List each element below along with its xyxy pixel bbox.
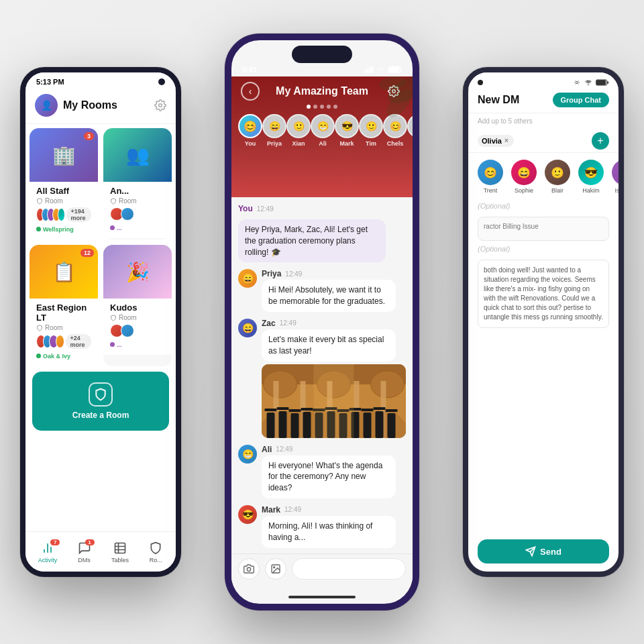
gear-icon[interactable] bbox=[154, 99, 166, 111]
chat-input-bar bbox=[231, 553, 413, 584]
member-ali[interactable]: 😁 Ali bbox=[311, 114, 335, 147]
message-mark: 😎 Mark 12:49 Morning, Ali! I was thinkin… bbox=[238, 505, 406, 548]
message-bubble: Hi everyone! What's the agenda for the c… bbox=[262, 455, 396, 498]
message-priya: 😄 Priya 12:49 Hi Mei! Absolutely, we wan… bbox=[238, 269, 406, 312]
zac-msg-avatar: 😄 bbox=[238, 319, 257, 337]
chels-avatar: 😊 bbox=[383, 114, 407, 138]
rooms-icon bbox=[148, 541, 163, 555]
room-avatars: +24 more bbox=[36, 334, 91, 349]
svg-rect-36 bbox=[277, 407, 289, 410]
dms-icon: 1 bbox=[77, 541, 92, 555]
sender-you: You bbox=[238, 204, 253, 213]
slide-indicators bbox=[231, 105, 413, 109]
member-zac[interactable]: 😄 Zac bbox=[407, 114, 413, 147]
member-you[interactable]: 😊 You bbox=[238, 114, 262, 147]
member-xian[interactable]: 🙂 Xian bbox=[286, 114, 311, 147]
create-room-card[interactable]: Create a Room bbox=[32, 372, 169, 431]
center-phone: 9:41 ‹ My Amazing Team bbox=[225, 34, 419, 610]
member-name: You bbox=[245, 140, 256, 147]
member-mark[interactable]: 😎 Mark bbox=[335, 114, 359, 147]
svg-rect-3 bbox=[367, 68, 368, 72]
message-input[interactable] bbox=[292, 558, 406, 580]
sender-zac: Zac bbox=[262, 319, 276, 328]
room-type: Room bbox=[36, 324, 91, 331]
tables-icon bbox=[113, 541, 127, 555]
room-avatars: +194 more bbox=[36, 207, 91, 222]
svg-point-49 bbox=[274, 567, 275, 568]
message-compose-area[interactable]: both doing well! Just wanted to a situat… bbox=[478, 260, 609, 328]
nav-dms[interactable]: 1 DMs bbox=[77, 541, 92, 564]
image-button[interactable] bbox=[265, 558, 286, 580]
nav-rooms[interactable]: Ro... bbox=[148, 541, 163, 564]
room-name: Kudos bbox=[110, 303, 165, 313]
optional-label-2: (Optional) bbox=[468, 244, 619, 257]
sug-blair[interactable]: 🙂 Blair bbox=[545, 160, 570, 194]
nav-tables[interactable]: Tables bbox=[111, 541, 129, 564]
chat-title: My Amazing Team bbox=[276, 85, 368, 97]
blair-name: Blair bbox=[551, 187, 564, 194]
rooms-label: Ro... bbox=[150, 557, 162, 564]
room-card-an[interactable]: 👥 An... Room ... bbox=[103, 128, 172, 239]
member-chels[interactable]: 😊 Chels bbox=[383, 114, 407, 147]
trent-name: Trent bbox=[484, 187, 498, 194]
avatar-icon: 👤 bbox=[35, 94, 58, 117]
create-room-label: Create a Room bbox=[72, 411, 129, 420]
svg-rect-45 bbox=[386, 409, 398, 412]
send-button[interactable]: Send bbox=[478, 539, 609, 564]
olivia-chip[interactable]: Olivia × bbox=[478, 135, 514, 147]
ismaya-avatar: 😁 bbox=[612, 160, 624, 185]
room-card-kudos[interactable]: 🎉 Kudos Room ... bbox=[103, 245, 172, 366]
member-tim[interactable]: 🙂 Tim bbox=[359, 114, 383, 147]
svg-point-51 bbox=[588, 85, 589, 86]
ali-msg-avatar: 😁 bbox=[238, 445, 257, 464]
add-others-label: Add up to 5 others bbox=[468, 113, 619, 129]
user-avatar[interactable]: 👤 bbox=[35, 94, 58, 117]
rooms-grid: 🏢 3 All Staff Room +194 more bbox=[25, 124, 176, 368]
dm-title: New DM bbox=[478, 94, 519, 106]
back-button[interactable]: ‹ bbox=[241, 82, 260, 101]
sug-ismaya[interactable]: 😁 Ismaya bbox=[612, 160, 624, 194]
zac-content: Zac 12:49 Let's make it every bit as spe… bbox=[262, 319, 406, 438]
priya-content: Priya 12:49 Hi Mei! Absolutely, we want … bbox=[262, 269, 406, 312]
zac-avatar: 😄 bbox=[407, 114, 413, 138]
rooms-header: 👤 My Rooms bbox=[25, 89, 176, 124]
recipient-chips: Olivia × + bbox=[468, 129, 619, 153]
left-time: 5:13 PM bbox=[36, 78, 64, 86]
center-time: 9:41 bbox=[242, 66, 257, 74]
brand-badge: ... bbox=[110, 225, 122, 231]
svg-point-17 bbox=[371, 371, 405, 398]
chat-header-bar: ‹ My Amazing Team bbox=[231, 76, 413, 103]
subject-input[interactable]: ractor Billing Issue bbox=[478, 217, 609, 241]
settings-button[interactable] bbox=[384, 82, 403, 101]
sug-hakim[interactable]: 😎 Hakim bbox=[578, 160, 604, 194]
svg-rect-38 bbox=[301, 408, 313, 411]
dynamic-island bbox=[292, 46, 352, 63]
add-recipient-button[interactable]: + bbox=[592, 132, 609, 150]
group-chat-button[interactable]: Group Chat bbox=[553, 93, 610, 107]
nav-activity[interactable]: 7 Activity bbox=[38, 541, 58, 564]
message-ali: 😁 Ali 12:49 Hi everyone! What's the agen… bbox=[238, 445, 406, 498]
svg-rect-53 bbox=[596, 80, 605, 85]
sug-sophie[interactable]: 😄 Sophie bbox=[511, 160, 537, 194]
trent-avatar: 😊 bbox=[478, 160, 503, 185]
notif-badge: 3 bbox=[84, 132, 94, 140]
member-name: Chels bbox=[387, 140, 404, 147]
svg-rect-33 bbox=[376, 411, 384, 438]
room-card-all-staff[interactable]: 🏢 3 All Staff Room +194 more bbox=[30, 128, 98, 239]
member-priya[interactable]: 😄 Priya bbox=[262, 114, 286, 147]
sophie-avatar: 😄 bbox=[511, 160, 537, 185]
sender-ali: Ali bbox=[262, 445, 272, 454]
svg-rect-8 bbox=[390, 68, 399, 72]
ismaya-name: Ismaya bbox=[614, 187, 624, 194]
mark-content: Mark 12:49 Morning, Ali! I was thinking … bbox=[262, 505, 406, 548]
camera-button[interactable] bbox=[238, 558, 260, 580]
left-phone: 5:13 PM 👤 My Rooms 🏢 3 All Staff Room bbox=[20, 67, 181, 577]
svg-rect-37 bbox=[289, 409, 301, 412]
room-card-east[interactable]: 📋 12 East Region LT Room +24 more bbox=[30, 245, 98, 366]
right-status-bar bbox=[468, 72, 619, 89]
svg-point-50 bbox=[576, 81, 578, 83]
sug-trent[interactable]: 😊 Trent bbox=[478, 160, 503, 194]
message-you: You 12:49 Hey Priya, Mark, Zac, Ali! Let… bbox=[238, 204, 406, 262]
remove-chip-button[interactable]: × bbox=[504, 137, 508, 144]
chip-label: Olivia bbox=[482, 137, 502, 145]
